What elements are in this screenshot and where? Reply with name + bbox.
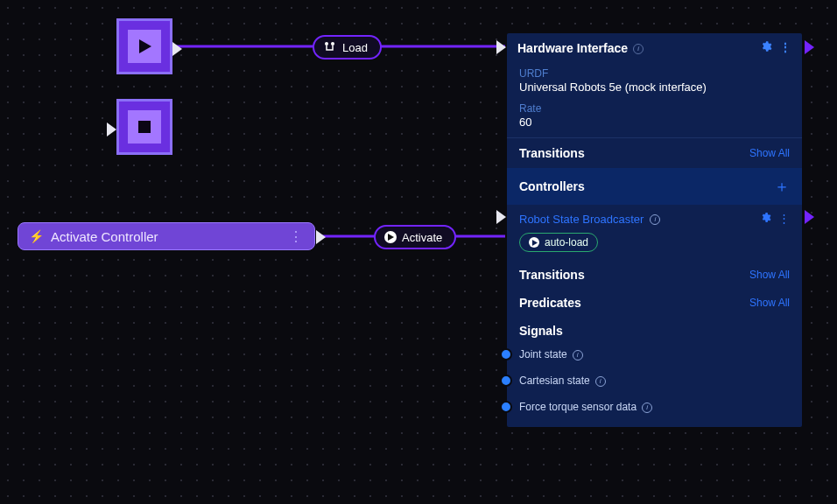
edge-label-activate[interactable]: Activate (374, 225, 456, 249)
field-rate: Rate 60 (507, 97, 802, 137)
stop-node[interactable] (116, 99, 172, 155)
edge-label-load-text: Load (342, 41, 368, 54)
rsb-input-port[interactable] (496, 210, 506, 224)
controllers-section: Controllers ＋ (507, 168, 802, 205)
activate-controller-output-port[interactable] (316, 230, 326, 244)
field-rate-label: Rate (519, 102, 790, 115)
signal-info-icon[interactable]: i (595, 374, 606, 387)
rsb-signals-title: Signals (519, 324, 563, 338)
svg-marker-4 (388, 234, 394, 241)
rsb-title: Robot State Broadcaster (519, 213, 644, 226)
rsb-output-port[interactable] (805, 210, 814, 224)
edge-label-load[interactable]: Load (313, 35, 382, 60)
svg-point-2 (325, 42, 328, 46)
hw-transitions-title: Transitions (519, 146, 585, 160)
signal-port[interactable] (500, 374, 512, 387)
panel-hw-output-port[interactable] (805, 40, 814, 54)
activate-controller-menu[interactable]: ⋮ (289, 228, 304, 245)
play-node-output-port[interactable] (172, 42, 182, 56)
rsb-menu-icon[interactable]: ⋮ (778, 212, 790, 226)
panel-header: Hardware Interface i ⋮ (507, 33, 802, 62)
play-node-inner (128, 30, 161, 63)
play-node[interactable] (116, 18, 172, 74)
gear-icon[interactable] (760, 40, 772, 55)
field-urdf: URDF Universal Robots 5e (mock interface… (507, 62, 802, 97)
rsb-transitions-show-all[interactable]: Show All (749, 269, 790, 281)
panel-title-info-icon[interactable]: i (633, 42, 644, 54)
signal-label: Force torque sensor data (519, 401, 637, 413)
signal-label: Joint state (519, 348, 567, 360)
stop-node-input-port[interactable] (107, 122, 116, 136)
hardware-interface-panel: Hardware Interface i ⋮ URDF Universal Ro… (507, 33, 802, 427)
rsb-transitions-section: Transitions Show All (507, 261, 802, 289)
field-urdf-label: URDF (519, 67, 790, 80)
rsb-predicates-show-all[interactable]: Show All (749, 297, 790, 309)
field-rate-value: 60 (519, 116, 790, 129)
signal-row: Cartesian state i (507, 368, 802, 394)
rsb-header: Robot State Broadcaster i ⋮ (507, 205, 802, 229)
svg-marker-0 (139, 39, 151, 53)
auto-load-chip[interactable]: auto-load (519, 233, 598, 252)
signal-row: Joint state i (507, 341, 802, 368)
hw-transitions-section: Transitions Show All (507, 137, 802, 168)
signal-label: Cartesian state (519, 374, 590, 387)
rsb-predicates-section: Predicates Show All (507, 289, 802, 317)
activate-controller-node[interactable]: ⚡ Activate Controller ⋮ (18, 222, 315, 250)
rsb-info-icon[interactable]: i (647, 213, 660, 225)
panel-hw-input-port[interactable] (496, 40, 506, 54)
activate-play-icon (384, 231, 397, 243)
signal-row: Force torque sensor data i (507, 394, 802, 427)
signal-port[interactable] (500, 401, 512, 413)
load-icon (323, 40, 337, 54)
signal-port[interactable] (500, 348, 512, 360)
panel-menu-icon[interactable]: ⋮ (779, 40, 791, 55)
signal-info-icon[interactable]: i (573, 348, 583, 360)
field-urdf-value: Universal Robots 5e (mock interface) (519, 80, 790, 94)
svg-rect-1 (138, 121, 151, 133)
auto-load-play-icon (529, 237, 539, 248)
play-icon (136, 38, 153, 55)
hw-transitions-show-all[interactable]: Show All (749, 147, 790, 159)
rsb-signals-section: Signals (507, 317, 802, 341)
stop-node-inner (128, 110, 161, 144)
stop-icon (137, 119, 152, 135)
auto-load-label: auto-load (545, 236, 588, 248)
activate-controller-title: Activate Controller (51, 229, 158, 244)
rsb-gear-icon[interactable] (760, 212, 771, 226)
svg-point-3 (331, 42, 334, 46)
rsb-predicates-title: Predicates (519, 296, 581, 310)
add-controller-button[interactable]: ＋ (774, 176, 790, 197)
bolt-icon: ⚡ (29, 229, 44, 243)
rsb-transitions-title: Transitions (519, 268, 585, 282)
controllers-title: Controllers (519, 179, 585, 193)
panel-title: Hardware Interface (517, 41, 628, 55)
edge-label-activate-text: Activate (402, 231, 442, 244)
signal-info-icon[interactable]: i (642, 401, 652, 413)
svg-marker-5 (531, 240, 537, 246)
